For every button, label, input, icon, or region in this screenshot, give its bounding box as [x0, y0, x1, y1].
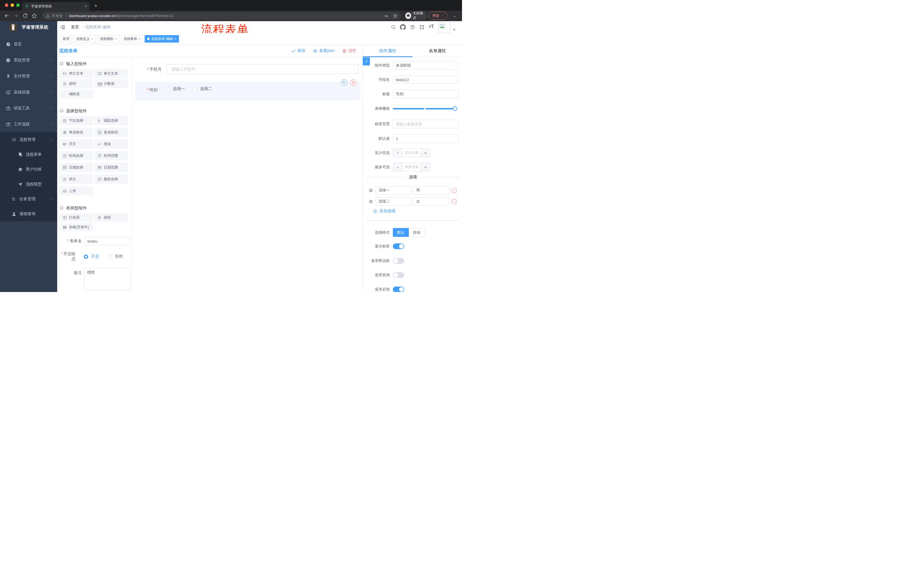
palette-item-颜色选择[interactable]: 颜色选择 [94, 174, 128, 184]
view-json-button[interactable]: 查看json [313, 48, 335, 53]
github-icon[interactable] [400, 24, 406, 30]
palette-item-行容器[interactable]: 行容器 [59, 213, 93, 222]
new-tab-button[interactable]: + [94, 3, 97, 8]
search-icon[interactable] [391, 25, 396, 30]
sidebar-item-研发工具[interactable]: 研发工具 [0, 100, 57, 116]
tab-component-props[interactable]: 组件属性 [363, 45, 412, 57]
palette-item-日期选择[interactable]: 日期选择 [59, 163, 93, 172]
clear-button[interactable]: 清空 [342, 48, 356, 53]
stepper-value[interactable]: 最多可选 [403, 163, 421, 171]
grid-slider[interactable] [393, 108, 457, 109]
checkbox-unchecked[interactable] [166, 87, 170, 91]
sidebar-item-流程表单[interactable]: 流程表单 [0, 147, 57, 162]
copy-widget-button[interactable] [341, 79, 347, 86]
form-name-input[interactable] [84, 237, 130, 245]
status-radio-on[interactable] [84, 255, 88, 259]
palette-item-按钮[interactable]: 按钮 [94, 213, 128, 222]
sidebar-item-首页[interactable]: 首页 [0, 36, 57, 52]
remark-textarea[interactable]: 嘿嘿 [84, 268, 130, 290]
palette-item-计数器[interactable]: 123计数器 [94, 79, 128, 88]
sidebar-item-系统管理[interactable]: 系统管理 [0, 52, 57, 68]
slider-handle[interactable] [452, 106, 457, 111]
palette-item-编辑器[interactable]: 编辑器 [59, 89, 93, 99]
default-value-input[interactable] [393, 134, 458, 143]
window-close-button[interactable] [5, 3, 8, 7]
palette-item-多选框组[interactable]: 多选框组 [94, 128, 128, 137]
toggle-是否禁用[interactable] [393, 272, 404, 278]
toggle-是否带边框[interactable] [393, 258, 404, 264]
tab-form-props[interactable]: 表单属性 [412, 45, 462, 57]
toggle-显示标签[interactable] [393, 243, 404, 249]
forward-icon[interactable] [13, 13, 19, 18]
sidebar-item-请假查询[interactable]: 请假查询 [0, 207, 57, 221]
palette-item-单行文本[interactable]: 单行文本 [59, 69, 93, 78]
palette-item-表格[开发中][interactable]: 表格[开发中] [59, 223, 93, 232]
stepper-increase-button[interactable]: + [421, 148, 430, 157]
tag-流程模型[interactable]: 流程模型× [97, 35, 119, 43]
back-icon[interactable] [4, 13, 10, 18]
sidebar-logo[interactable]: 芋道管理系统 [0, 21, 57, 33]
tag-首页[interactable]: 首页 [60, 35, 72, 43]
tag-close-icon[interactable]: × [174, 37, 177, 41]
browser-tab[interactable]: 芋道管理系统 × [22, 2, 90, 11]
drag-handle-icon[interactable] [368, 199, 373, 204]
sidebar-collapse-icon[interactable] [60, 25, 66, 30]
tag-流程定义[interactable]: 流程定义× [73, 35, 96, 43]
url-bar[interactable]: 不安全 dashboard.yudao.iocoder.cn/bpm/manag… [42, 12, 401, 20]
browser-menu-dots-icon[interactable]: ⋮ [441, 14, 445, 18]
sidebar-item-工作流程[interactable]: 工作流程 [0, 116, 57, 132]
option-name-input[interactable] [376, 186, 412, 194]
option-value-input[interactable] [413, 197, 449, 206]
checkbox-unchecked[interactable] [193, 87, 197, 91]
palette-item-单选框组[interactable]: 单选框组 [59, 128, 93, 137]
window-zoom-button[interactable] [16, 3, 20, 7]
selected-widget-gender[interactable]: * 性别 选项一选项二 [135, 82, 361, 100]
sidebar-item-基础设施[interactable]: 基础设施 [0, 84, 57, 100]
help-question-icon[interactable] [410, 25, 415, 30]
reload-icon[interactable] [22, 13, 28, 18]
sidebar-item-流程管理[interactable]: 流程管理 [0, 132, 57, 147]
palette-item-评分[interactable]: 评分 [59, 174, 93, 184]
tag-流程表单-编辑[interactable]: 流程表单-编辑× [145, 35, 179, 43]
palette-item-下拉选择[interactable]: 下拉选择 [59, 116, 93, 125]
bookmark-star-icon[interactable] [393, 13, 398, 18]
palette-item-日期范围[interactable]: 日期范围 [94, 163, 128, 172]
password-key-icon[interactable] [384, 14, 389, 18]
palette-item-密码[interactable]: 密码 [59, 79, 93, 88]
label-width-input[interactable] [393, 120, 458, 128]
fullscreen-icon[interactable] [419, 25, 424, 30]
option-value-input[interactable] [413, 186, 449, 194]
stepper-increase-button[interactable]: + [421, 163, 430, 171]
avatar[interactable] [439, 22, 450, 33]
palette-item-多行文本[interactable]: 多行文本 [94, 69, 128, 78]
home-icon[interactable] [31, 13, 37, 18]
stepper-decrease-button[interactable]: − [393, 148, 403, 157]
field-name-input[interactable] [393, 76, 458, 84]
gender-option-选项二[interactable]: 选项二 [193, 86, 212, 91]
delete-widget-button[interactable] [350, 79, 356, 86]
palette-item-时间范围[interactable]: 时间范围 [94, 151, 128, 160]
sidebar-item-流程模型[interactable]: 流程模型 [0, 177, 57, 192]
option-style-default[interactable]: 默认 [393, 228, 409, 237]
option-style-button[interactable]: 按钮 [409, 228, 425, 237]
component-type-select[interactable]: 多选框组 [393, 61, 458, 69]
security-label[interactable]: 不安全 [52, 13, 63, 18]
toolbar-overflow-chevron-icon[interactable]: ▾ [454, 15, 455, 18]
tag-close-icon[interactable]: × [91, 37, 93, 41]
status-on-label[interactable]: 开启 [91, 254, 99, 259]
palette-item-开关[interactable]: 开关 [59, 140, 93, 148]
toggle-是否必填[interactable] [393, 286, 404, 292]
phone-input[interactable] [167, 64, 358, 74]
sidebar-item-任务管理[interactable]: 任务管理 [0, 192, 57, 207]
status-off-label[interactable]: 关闭 [115, 254, 123, 259]
gender-option-选项一[interactable]: 选项一 [166, 86, 185, 91]
avatar-dropdown-chevron-icon[interactable]: ▼ [453, 28, 456, 31]
form-canvas[interactable]: * 手机号 * 性别 选项一选项二 [132, 57, 363, 292]
remove-option-button[interactable]: − [451, 188, 457, 193]
stepper-decrease-button[interactable]: − [393, 163, 403, 171]
palette-item-上传[interactable]: 上传 [59, 186, 93, 196]
tag-close-icon[interactable]: × [115, 37, 117, 41]
sidebar-item-用户分组[interactable]: 用户分组 [0, 162, 57, 177]
update-browser-button[interactable]: 更新 ⋮ [429, 12, 447, 20]
status-radio-off[interactable] [107, 255, 112, 259]
